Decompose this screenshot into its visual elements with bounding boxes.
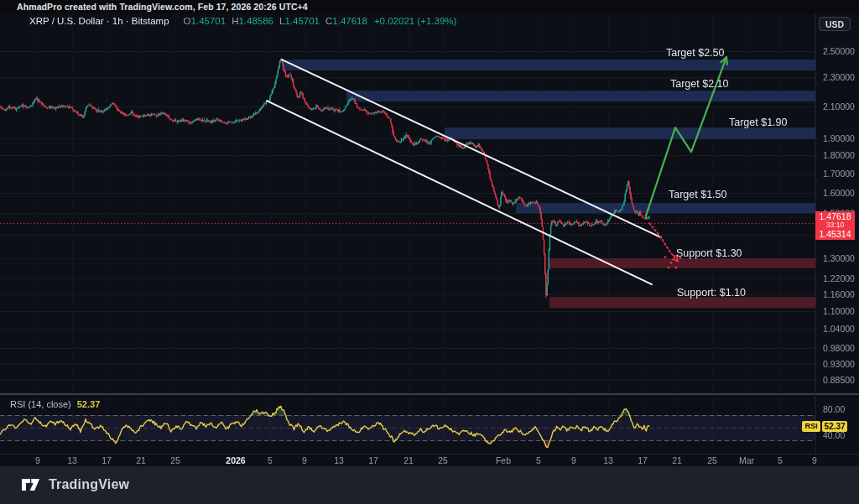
price-tick: 2.10000: [823, 101, 858, 112]
label-support-1.10[interactable]: Support: $1.10: [677, 287, 746, 299]
price-tick: 0.98000: [823, 343, 858, 353]
price-tick: 1.22000: [823, 273, 858, 283]
rsi-axis-value-badge: 52.37: [822, 421, 847, 432]
time-tick: 9: [21, 455, 55, 465]
currency-button[interactable]: USD: [819, 17, 851, 31]
rsi-axis-badge: RSI: [802, 421, 820, 432]
price-tick: 1.60000: [823, 188, 858, 198]
time-tick: 13: [322, 455, 356, 465]
rsi-value: 52.37: [77, 399, 101, 409]
price-tick: 1.04000: [823, 324, 858, 334]
time-tick: 17: [90, 455, 123, 465]
time-tick: Feb: [487, 455, 520, 465]
ohlc-low-value: 1.45701: [284, 16, 320, 26]
time-tick: 17: [626, 455, 659, 465]
time-tick: Mar: [730, 455, 763, 465]
footer-bar: TradingView: [0, 466, 859, 504]
ohlc-open-label: O: [184, 16, 191, 26]
time-tick: 5: [763, 455, 797, 465]
secondary-price-badge: 1.45314: [815, 228, 855, 240]
price-tick: 1.16000: [823, 289, 858, 299]
price-tick: 2.50000: [823, 46, 858, 56]
price-tick: 1.70000: [823, 169, 858, 179]
time-tick: 9: [798, 455, 831, 465]
time-tick: 13: [55, 455, 89, 465]
price-tick: 1.80000: [823, 150, 858, 160]
tradingview-logo[interactable]: TradingView: [22, 477, 129, 492]
time-tick: 21: [660, 455, 694, 465]
last-price-badge: 1.47618 33:10: [815, 211, 855, 228]
price-tick: 0.88500: [823, 375, 858, 385]
price-tick: 2.30000: [823, 72, 858, 82]
symbol-legend: XRP / U.S. Dollar · 1h · BitstampO1.4570…: [29, 16, 456, 28]
change-value: +0.02021 (+1.39%): [374, 16, 456, 26]
time-tick: 25: [695, 455, 729, 465]
time-tick: 9: [557, 455, 591, 465]
attribution-text: AhmadPro created with TradingView.com, F…: [17, 2, 308, 12]
ohlc-close-value: 1.47618: [332, 16, 367, 26]
rsi-label: RSI (14, close): [10, 399, 71, 409]
attribution-bar: AhmadPro created with TradingView.com, F…: [0, 0, 859, 13]
bar-countdown: 33:10: [815, 221, 855, 228]
label-target-2.50[interactable]: Target $2.50: [666, 47, 725, 59]
label-support-1.30[interactable]: Support $1.30: [676, 247, 742, 259]
time-tick: 17: [357, 455, 390, 465]
time-tick: 2026: [219, 455, 252, 465]
time-tick: 21: [124, 455, 158, 465]
price-tick: 1.10000: [823, 306, 858, 316]
time-tick: 25: [159, 455, 192, 465]
price-tick: 0.93000: [823, 359, 858, 369]
time-tick: 5: [522, 455, 555, 465]
time-tick: 25: [426, 455, 460, 465]
label-target-1.50[interactable]: Target $1.50: [669, 189, 727, 200]
rsi-legend: RSI (14, close)52.37: [10, 399, 100, 409]
ohlc-high-value: 1.48586: [238, 16, 273, 26]
label-target-2.10[interactable]: Target $2.10: [670, 78, 729, 90]
rsi-axis-hi: 80.00: [823, 404, 845, 414]
ohlc-open-value: 1.45701: [191, 16, 226, 26]
time-tick: 13: [591, 455, 625, 465]
time-tick: 9: [288, 455, 321, 465]
time-tick: 5: [253, 455, 287, 465]
tradingview-logo-text: TradingView: [49, 477, 129, 492]
price-tick: 1.90000: [823, 133, 858, 143]
time-tick: 21: [392, 455, 425, 465]
price-tick: 1.30000: [823, 253, 858, 263]
symbol-title[interactable]: XRP / U.S. Dollar · 1h · Bitstamp: [29, 16, 169, 26]
label-target-1.90[interactable]: Target $1.90: [729, 117, 788, 128]
tradingview-logo-icon: [22, 479, 42, 491]
